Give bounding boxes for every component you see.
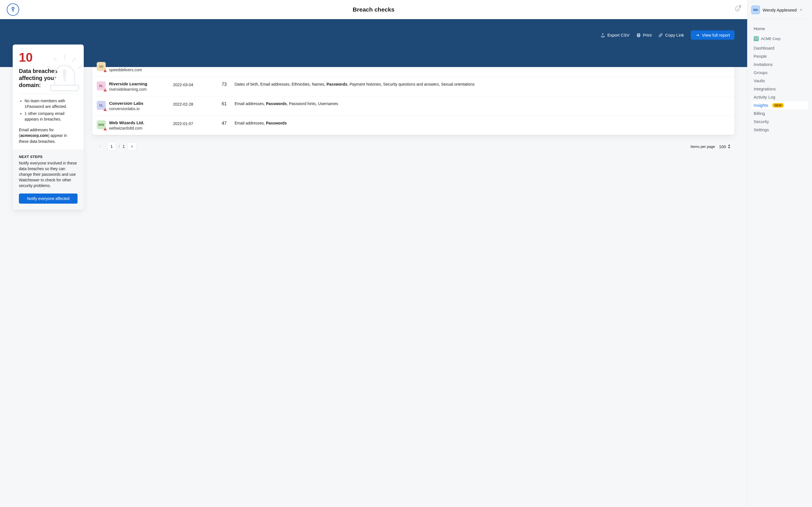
sidebar-item-label: Activity Log <box>754 95 775 100</box>
breach-members: 61 <box>204 101 235 111</box>
sidebar-item-label: Billing <box>754 111 765 116</box>
sidebar-item-label: Security <box>754 119 769 124</box>
print-label: Print <box>643 33 652 38</box>
breach-domain: speeddelivers.com <box>109 68 150 72</box>
breach-name: Web Wizards Ltd. <box>109 120 144 125</box>
sidebar-item-people[interactable]: People <box>751 52 808 60</box>
breach-domain: webwizardsltd.com <box>109 126 144 130</box>
app-logo-icon[interactable] <box>7 3 19 16</box>
summary-point: 1 other company email appears in breache… <box>24 111 78 122</box>
user-menu[interactable]: WA Wendy Appleseed ▼ <box>751 6 808 19</box>
sidebar-item-label: Vaults <box>754 78 765 83</box>
nav-sidebar: WA Wendy Appleseed ▼ Home 🏢 ACME Corp Da… <box>747 0 812 507</box>
notifications-button[interactable]: 0 <box>734 6 741 13</box>
breach-count: 10 <box>19 51 78 64</box>
breach-date: 2022-01-07 <box>163 120 204 130</box>
summary-card: 10 Data breaches affecting your domain: … <box>13 45 84 210</box>
breach-name: Conversion Labs <box>109 101 144 106</box>
chevron-down-icon: ▼ <box>800 8 803 11</box>
sidebar-item-invitations[interactable]: Invitations <box>751 60 808 68</box>
sidebar-item-activity-log[interactable]: Activity Log <box>751 93 808 101</box>
summary-point: No team members with 1Password are affec… <box>24 98 78 110</box>
items-per-page-label: Items per page <box>691 145 715 149</box>
next-page-button[interactable] <box>128 142 136 151</box>
user-name: Wendy Appleseed <box>763 8 797 12</box>
nav-company[interactable]: 🏢 ACME Corp <box>751 34 808 43</box>
next-steps-text: Notify everyone involved in these data b… <box>19 161 78 188</box>
svg-rect-2 <box>13 9 13 11</box>
breach-date: 2022-03-04 <box>163 81 204 92</box>
export-csv-label: Export CSV <box>607 33 629 38</box>
breach-data-compromised: Email addresses, Passwords <box>235 120 734 130</box>
table-row[interactable]: CLConversion Labsconversionlabs.io2022-0… <box>92 96 734 116</box>
sidebar-item-billing[interactable]: Billing <box>751 109 808 117</box>
export-csv-button[interactable]: Export CSV <box>601 33 629 38</box>
company-icon: 🏢 <box>754 36 759 41</box>
breach-domain: riversidelearning.com <box>109 87 147 92</box>
user-avatar: WA <box>751 6 760 14</box>
new-badge: NEW <box>772 103 784 108</box>
alert-triangle-icon <box>103 108 107 112</box>
sidebar-item-label: Invitations <box>754 62 773 67</box>
stepper-icon <box>728 145 730 149</box>
sidebar-item-integrations[interactable]: Integrations <box>751 85 808 93</box>
sidebar-item-groups[interactable]: Groups <box>751 68 808 76</box>
sidebar-item-label: Groups <box>754 70 767 75</box>
app-header: Breach checks 0 <box>0 0 747 19</box>
items-per-page-select[interactable]: 100 <box>719 144 730 149</box>
sidebar-item-label: Settings <box>754 127 769 132</box>
breach-badge: SD <box>97 62 106 71</box>
view-full-report-label: View full report <box>702 33 730 38</box>
breach-name: Riverside Learning <box>109 81 147 87</box>
sidebar-item-security[interactable]: Security <box>751 117 808 126</box>
copy-link-label: Copy Link <box>665 33 684 38</box>
breach-domain: conversionlabs.io <box>109 107 144 111</box>
summary-email-line: Email addresses for (acmecorp.com) appea… <box>19 127 78 144</box>
nav-home[interactable]: Home <box>751 24 808 33</box>
alert-triangle-icon <box>103 69 107 73</box>
sidebar-item-label: People <box>754 54 767 59</box>
view-full-report-button[interactable]: View full report <box>691 31 734 40</box>
notifications-count: 0 <box>738 5 742 8</box>
sidebar-item-label: Insights <box>754 103 768 108</box>
copy-link-button[interactable]: Copy Link <box>658 33 684 38</box>
breach-members: 73 <box>204 81 235 92</box>
breach-badge: WW <box>97 120 106 129</box>
summary-heading: Data breaches affecting your domain: <box>19 68 78 89</box>
print-button[interactable]: Print <box>637 33 652 38</box>
sidebar-item-insights[interactable]: InsightsNEW <box>751 101 808 109</box>
sidebar-item-label: Integrations <box>754 87 776 91</box>
breach-date: 2022-02-28 <box>163 101 204 111</box>
table-row[interactable]: WWWeb Wizards Ltd.webwizardsltd.com2022-… <box>92 116 734 135</box>
breach-members: 47 <box>204 120 235 130</box>
sidebar-item-vaults[interactable]: Vaults <box>751 76 808 85</box>
page-title: Breach checks <box>353 6 395 13</box>
alert-triangle-icon <box>103 127 107 131</box>
sidebar-item-dashboard[interactable]: Dashboard <box>751 44 808 52</box>
sidebar-item-settings[interactable]: Settings <box>751 126 808 134</box>
prev-page-button <box>96 142 105 151</box>
breach-badge: CL <box>97 101 106 110</box>
breach-data-compromised: Email addresses, Passwords, Password hin… <box>235 101 734 111</box>
alert-triangle-icon <box>103 88 107 92</box>
page-input[interactable] <box>107 142 116 151</box>
hero-band: Export CSV Print Copy Link View full rep… <box>0 19 747 67</box>
page-total: 1 <box>123 144 125 149</box>
breach-badge: RL <box>97 81 106 91</box>
pagination: / 1 Items per page 100 <box>92 137 734 151</box>
next-steps-label: NEXT STEPS <box>19 155 78 159</box>
table-row[interactable]: RLRiverside Learningriversidelearning.co… <box>92 77 734 96</box>
sidebar-item-label: Dashboard <box>754 46 774 50</box>
notify-everyone-button[interactable]: Notify everyone affected <box>19 193 78 204</box>
breach-data-compromised: Dates of birth, Email addresses, Ethnici… <box>235 81 734 92</box>
